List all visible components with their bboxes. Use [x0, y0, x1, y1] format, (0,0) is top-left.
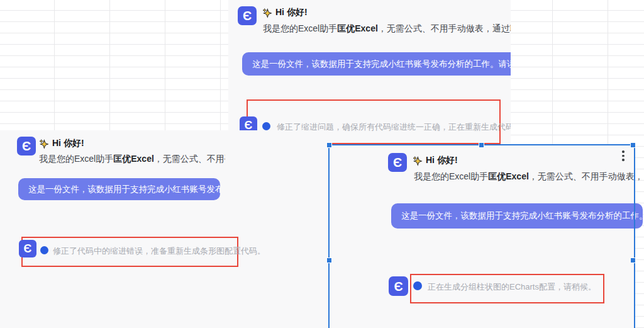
assistant-avatar: Є: [238, 6, 257, 25]
assistant-intro: 我是您的Excel助手匡优Excel，无需公式、不用手动做表，通过聊天就能帮你搞: [39, 154, 225, 165]
intro-pre: 我是您的Excel助手: [414, 171, 488, 181]
assistant-avatar: Є: [17, 137, 36, 156]
chat-panel-top: Є Hi 你好! 我是您的Excel助手匡优Excel，无需公式、不用手动做表，…: [228, 0, 511, 146]
sparkle-icon: [38, 139, 49, 149]
assistant-avatar: Є: [389, 276, 408, 296]
intro-post: ，无需公式、不用手动做表，通过聊天就能帮你搞: [378, 23, 511, 33]
intro-pre: 我是您的Excel助手: [39, 154, 113, 164]
status-message: 修正了代码中的缩进错误，准备重新生成条形图配置代码。: [53, 246, 265, 257]
chat-panel-right: Є Hi 你好! 我是您的Excel助手匡优Excel，无需公式、不用手动做表，…: [330, 145, 635, 328]
assistant-avatar: Є: [388, 153, 407, 172]
assistant-avatar: Є: [19, 240, 36, 257]
resize-handle-top-center[interactable]: [479, 142, 484, 148]
greeting-text: Hi 你好!: [426, 155, 458, 166]
status-dot: [262, 122, 270, 130]
sparkle-icon: [412, 156, 423, 166]
more-options-icon[interactable]: [620, 149, 626, 163]
user-message-bubble: 这是一份文件，该数据用于支持完成小红书账号发布分析的工作。请读取文件中的数: [242, 52, 511, 76]
intro-brand: 匡优Excel: [488, 171, 529, 181]
intro-brand: 匡优Excel: [337, 23, 378, 33]
user-message-bubble: 这是一份文件，该数据用于支持完成小红书账号发布分析的工作。: [18, 178, 220, 200]
greeting-text: Hi 你好!: [275, 7, 308, 18]
intro-pre: 我是您的Excel助手: [263, 23, 337, 33]
status-message: 正在生成分组柱状图的ECharts配置，请稍候。: [428, 281, 596, 293]
intro-post: ，无需公式、不用手动做表，通过聊天就能帮你搞: [154, 154, 225, 164]
chat-panel-left: Є Hi 你好! 我是您的Excel助手匡优Excel，无需公式、不用手动做表，…: [0, 130, 330, 328]
resize-handle-middle-right[interactable]: [630, 257, 636, 263]
resize-handle-middle-left[interactable]: [326, 257, 332, 263]
intro-brand: 匡优Excel: [113, 154, 154, 164]
status-dot: [40, 246, 48, 254]
assistant-intro: 我是您的Excel助手匡优Excel，无需公式、不用手动做表，通过聊天就能帮你搞: [263, 23, 511, 35]
greeting-text: Hi 你好!: [52, 138, 84, 149]
status-dot: [413, 281, 422, 290]
resize-handle-top-right[interactable]: [630, 142, 636, 148]
resize-handle-top-left[interactable]: [326, 142, 332, 148]
sparkle-icon: [262, 8, 272, 18]
intro-post: ，无需公式、不用手动做表，通过聊天就能帮你搞: [529, 171, 640, 181]
assistant-intro: 我是您的Excel助手匡优Excel，无需公式、不用手动做表，通过聊天就能帮你搞: [414, 171, 640, 183]
user-message-bubble: 这是一份文件，该数据用于支持完成小红书账号发布分析的工作。请读: [391, 203, 643, 229]
